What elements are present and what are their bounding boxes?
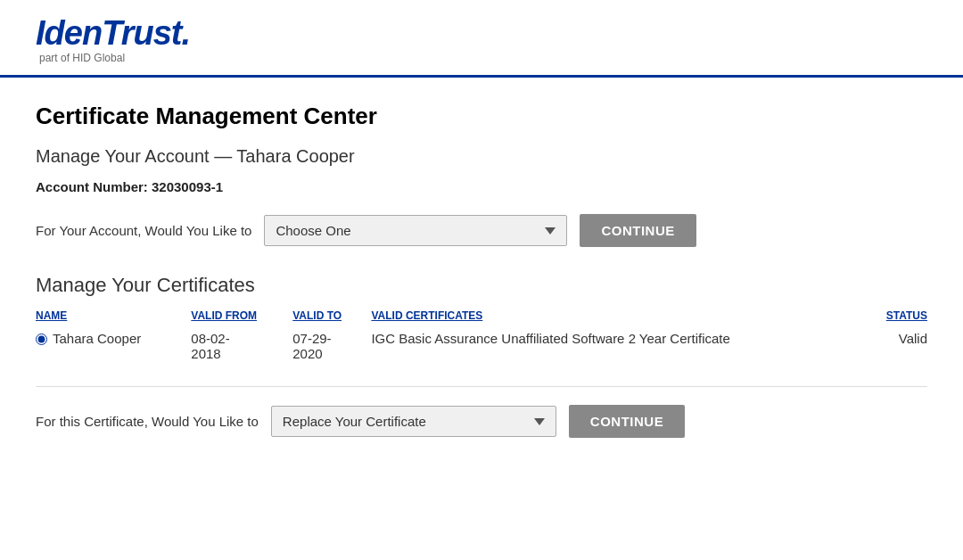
- logo-trust: Trust: [102, 14, 181, 52]
- account-number-label: Account Number: 32030093-1: [36, 179, 223, 194]
- cert-valid-from: 08-02-2018: [191, 327, 292, 365]
- account-continue-button[interactable]: CONTINUE: [580, 214, 696, 247]
- logo-dot: .: [181, 14, 190, 52]
- cert-action-dropdown[interactable]: Replace Your CertificateRevoke Your Cert…: [271, 406, 556, 437]
- certificates-heading: Manage Your Certificates: [36, 274, 927, 297]
- logo-subtitle: part of HID Global: [39, 52, 125, 64]
- logo-iden: Iden: [36, 14, 102, 52]
- certificates-section: Manage Your Certificates NAME VALID FROM…: [36, 274, 927, 365]
- account-number: Account Number: 32030093-1: [36, 179, 927, 194]
- cert-status: Valid: [871, 327, 927, 365]
- col-header-status: STATUS: [871, 309, 927, 327]
- cert-radio[interactable]: [36, 334, 47, 345]
- cert-continue-button[interactable]: CONTINUE: [569, 405, 685, 438]
- col-header-valid-from: VALID FROM: [191, 309, 292, 327]
- cert-action-label: For this Certificate, Would You Like to: [36, 414, 259, 429]
- account-action-row: For Your Account, Would You Like to Choo…: [36, 214, 927, 247]
- logo-text: IdenTrust.: [36, 16, 190, 50]
- account-action-label: For Your Account, Would You Like to: [36, 223, 251, 238]
- page-title: Certificate Management Center: [36, 103, 927, 130]
- account-action-dropdown[interactable]: Choose OneUpdate Contact InformationClos…: [264, 215, 567, 246]
- cert-action-row: For this Certificate, Would You Like to …: [36, 405, 927, 438]
- col-header-valid-to: VALID TO: [292, 309, 371, 327]
- cert-certificate: IGC Basic Assurance Unaffiliated Softwar…: [371, 327, 871, 365]
- cert-name: Tahara Cooper: [53, 331, 141, 346]
- col-header-valid-certs: VALID CERTIFICATES: [371, 309, 871, 327]
- certificates-table: NAME VALID FROM VALID TO VALID CERTIFICA…: [36, 309, 927, 365]
- logo: IdenTrust. part of HID Global: [36, 16, 927, 64]
- col-header-name: NAME: [36, 309, 191, 327]
- account-heading: Manage Your Account — Tahara Cooper: [36, 146, 927, 167]
- divider: [36, 386, 927, 387]
- table-row: Tahara Cooper08-02-201807-29-2020IGC Bas…: [36, 327, 927, 365]
- header: IdenTrust. part of HID Global: [0, 0, 963, 78]
- main-content: Certificate Management Center Manage You…: [0, 78, 963, 500]
- cert-name-cell: Tahara Cooper: [36, 327, 191, 365]
- cert-valid-to: 07-29-2020: [292, 327, 371, 365]
